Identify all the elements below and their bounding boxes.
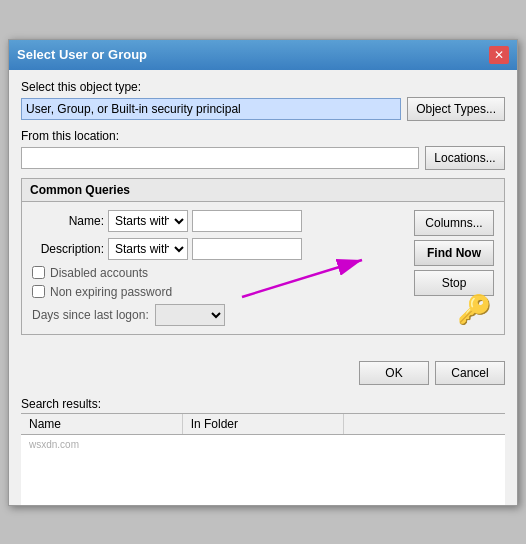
cancel-button[interactable]: Cancel (435, 361, 505, 385)
find-now-button[interactable]: Find Now (414, 240, 494, 266)
name-condition-select[interactable]: Starts with (108, 210, 188, 232)
title-bar: Select User or Group ✕ (9, 40, 517, 70)
name-value-input[interactable] (192, 210, 302, 232)
common-queries-tab[interactable]: Common Queries (22, 179, 504, 202)
col-empty (344, 414, 505, 434)
description-value-input[interactable] (192, 238, 302, 260)
locations-button[interactable]: Locations... (425, 146, 505, 170)
non-expiring-checkbox[interactable] (32, 285, 45, 298)
object-type-row: Object Types... (21, 97, 505, 121)
watermark: wsxdn.com (21, 435, 505, 454)
dialog-body: Select this object type: Object Types...… (9, 70, 517, 355)
disabled-accounts-label: Disabled accounts (50, 266, 148, 280)
right-buttons: Columns... Find Now Stop (414, 210, 494, 296)
object-types-button[interactable]: Object Types... (407, 97, 505, 121)
location-row: Locations... (21, 146, 505, 170)
days-label: Days since last logon: (32, 308, 149, 322)
location-label: From this location: (21, 129, 505, 143)
location-input[interactable] (21, 147, 419, 169)
ok-button[interactable]: OK (359, 361, 429, 385)
days-select[interactable] (155, 304, 225, 326)
common-queries-content: Columns... Find Now Stop Name: Starts wi… (22, 202, 504, 334)
close-button[interactable]: ✕ (489, 46, 509, 64)
dialog-title: Select User or Group (17, 47, 147, 62)
col-name: Name (21, 414, 183, 434)
columns-button[interactable]: Columns... (414, 210, 494, 236)
key-icon: 🔑 (457, 293, 492, 326)
non-expiring-label: Non expiring password (50, 285, 172, 299)
bottom-row: OK Cancel (9, 355, 517, 393)
results-table: Name In Folder wsxdn.com (21, 413, 505, 505)
description-label: Description: (32, 242, 104, 256)
object-type-input[interactable] (21, 98, 401, 120)
description-condition-select[interactable]: Starts with (108, 238, 188, 260)
col-folder: In Folder (183, 414, 345, 434)
name-label: Name: (32, 214, 104, 228)
results-body: wsxdn.com (21, 435, 505, 505)
common-queries-group: Common Queries Columns... Find Now Stop … (21, 178, 505, 335)
object-type-label: Select this object type: (21, 80, 505, 94)
disabled-accounts-checkbox[interactable] (32, 266, 45, 279)
location-group: From this location: Locations... (21, 129, 505, 170)
days-row: Days since last logon: (32, 304, 494, 326)
results-header: Name In Folder (21, 414, 505, 435)
select-user-group-dialog: Select User or Group ✕ Select this objec… (8, 39, 518, 506)
search-results-label: Search results: (9, 393, 517, 413)
object-type-group: Select this object type: Object Types... (21, 80, 505, 121)
